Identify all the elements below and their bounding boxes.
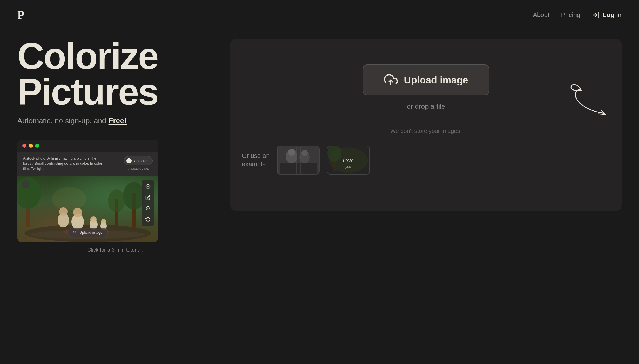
demo-prompt-bar: A stock photo. A family having a picnic … <box>17 152 158 176</box>
svg-point-20 <box>147 186 149 187</box>
tool-zoom-in-icon[interactable] <box>144 204 152 212</box>
toggle-circle <box>126 158 132 163</box>
demo-upload-mini-btn[interactable]: Upload image <box>68 228 108 237</box>
example-thumb-1[interactable] <box>277 146 320 175</box>
dot-yellow <box>29 144 33 148</box>
tool-palette-icon[interactable] <box>144 183 152 191</box>
tool-undo-icon[interactable] <box>144 215 152 223</box>
svg-point-7 <box>108 189 125 212</box>
dot-green <box>35 144 39 148</box>
hero-title: Colorize Pictures <box>17 39 213 110</box>
upload-cloud-icon <box>384 73 398 87</box>
demo-upload-mini-label: Upload image <box>79 230 102 235</box>
svg-text:love: love <box>343 156 354 164</box>
surprise-me-label[interactable]: SURPRISE ME <box>127 168 149 171</box>
dot-red <box>22 144 26 148</box>
login-button[interactable]: Log in <box>592 11 622 19</box>
login-label: Log in <box>603 11 622 19</box>
svg-line-24 <box>149 209 150 210</box>
tool-pen-icon[interactable] <box>144 194 152 202</box>
svg-rect-36 <box>280 163 317 175</box>
nav-about[interactable]: About <box>533 11 549 19</box>
svg-point-19 <box>146 184 150 189</box>
upload-panel: Upload image or drop a file We don't sto… <box>230 39 622 211</box>
svg-point-18 <box>52 187 86 210</box>
prompt-text: A stock photo. A family having a picnic … <box>23 156 106 172</box>
arrow-annotation <box>570 79 633 116</box>
svg-point-14 <box>90 216 97 223</box>
main-content: Colorize Pictures Automatic, no sign-up,… <box>0 30 639 265</box>
colorize-toggle-btn[interactable]: Colorize <box>124 156 153 165</box>
sidebar-tools <box>142 180 154 226</box>
upload-section: Upload image or drop a file We don't sto… <box>230 39 622 211</box>
nav-links: About Pricing Log in <box>533 11 622 19</box>
svg-point-16 <box>101 219 106 224</box>
login-icon <box>592 11 600 19</box>
drop-file-text: or drop a file <box>407 102 445 110</box>
demo-titlebar <box>17 140 158 152</box>
svg-text:you: you <box>345 164 351 169</box>
colorize-btn-label: Colorize <box>134 159 148 163</box>
menu-icon[interactable] <box>21 180 30 188</box>
demo-window: A stock photo. A family having a picnic … <box>17 140 158 242</box>
privacy-text: We don't store your images. <box>390 128 462 134</box>
navbar: P About Pricing Log in <box>0 0 639 30</box>
example-thumb-2[interactable]: love you <box>327 146 370 175</box>
logo[interactable]: P <box>17 8 24 22</box>
or-use-label: Or use an example <box>242 152 270 168</box>
examples-row: Or use an example <box>242 146 610 175</box>
hero-section: Colorize Pictures Automatic, no sign-up,… <box>17 39 213 253</box>
nav-pricing[interactable]: Pricing <box>561 11 580 19</box>
svg-point-35 <box>301 150 308 156</box>
upload-button-label: Upload image <box>404 74 468 86</box>
click-tutorial-text[interactable]: Click for a 3-min tutorial. <box>17 247 213 253</box>
hero-subtitle: Automatic, no sign-up, and Free! <box>17 116 213 125</box>
svg-point-33 <box>288 149 295 156</box>
upload-image-button[interactable]: Upload image <box>363 64 489 95</box>
demo-image-area: Upload image <box>17 176 158 242</box>
